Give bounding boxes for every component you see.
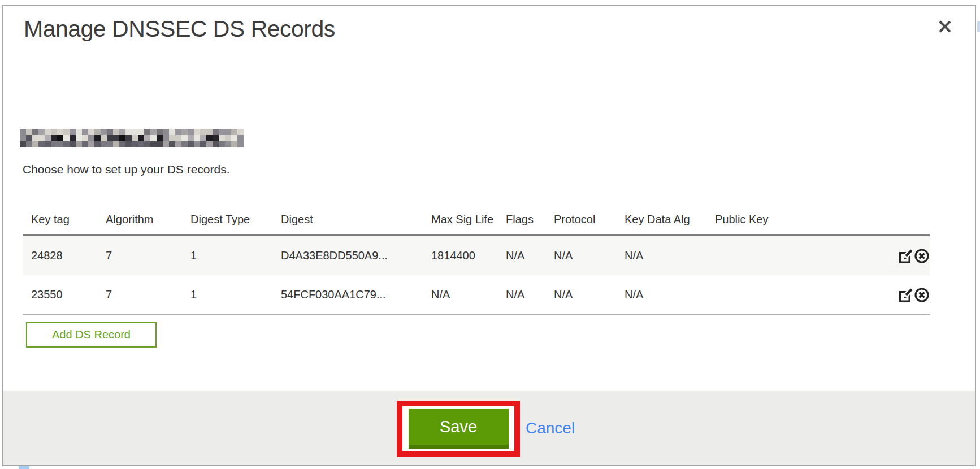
cell-algorithm: 7: [97, 275, 182, 315]
ds-records-table: Key tag Algorithm Digest Type Digest Max…: [23, 205, 930, 315]
column-header-public-key: Public Key: [706, 205, 814, 236]
delete-record-icon[interactable]: [914, 248, 930, 264]
screenshot-root: Manage DNSSEC DS Records Choose how to s…: [0, 0, 980, 469]
cell-flags: N/A: [497, 275, 545, 315]
dialog-footer: Save Cancel: [3, 391, 975, 465]
cell-algorithm: 7: [97, 236, 182, 276]
cell-digest-type: 1: [182, 236, 272, 276]
dialog-title: Manage DNSSEC DS Records: [24, 16, 335, 42]
table-header-row: Key tag Algorithm Digest Type Digest Max…: [23, 205, 930, 236]
cell-max-sig-life: N/A: [423, 275, 497, 315]
background-page-fragment: [19, 466, 29, 469]
column-header-protocol: Protocol: [545, 205, 616, 236]
cell-public-key: [706, 275, 814, 315]
cell-key-tag: 24828: [23, 236, 97, 276]
table-row: 24828 7 1 D4A33E8DD550A9... 1814400 N/A …: [23, 236, 930, 276]
cell-key-data-alg: N/A: [616, 275, 706, 315]
column-header-actions: [814, 205, 930, 236]
edit-record-icon[interactable]: [898, 248, 914, 264]
table-row: 23550 7 1 54FCF030AA1C79... N/A N/A N/A …: [23, 275, 930, 315]
cell-max-sig-life: 1814400: [423, 236, 497, 276]
cancel-link[interactable]: Cancel: [526, 419, 575, 437]
cell-protocol: N/A: [545, 275, 616, 315]
edit-record-icon[interactable]: [898, 287, 914, 303]
close-icon[interactable]: [935, 17, 955, 36]
manage-dnssec-dialog: Manage DNSSEC DS Records Choose how to s…: [2, 5, 976, 466]
delete-record-icon[interactable]: [914, 287, 930, 303]
save-button[interactable]: Save: [409, 409, 509, 449]
column-header-flags: Flags: [497, 205, 545, 236]
cell-digest: 54FCF030AA1C79...: [272, 275, 423, 315]
cell-key-tag: 23550: [23, 275, 97, 315]
column-header-key-tag: Key tag: [23, 205, 97, 236]
background-page-fragment: [977, 21, 980, 32]
annotation-highlight-box: Save: [397, 401, 520, 457]
column-header-digest-type: Digest Type: [182, 205, 272, 236]
add-ds-record-button[interactable]: Add DS Record: [26, 322, 157, 348]
column-header-max-sig-life: Max Sig Life: [423, 205, 497, 236]
cell-key-data-alg: N/A: [616, 236, 706, 276]
cell-actions: [814, 236, 930, 276]
cell-actions: [814, 275, 930, 315]
cell-flags: N/A: [497, 236, 545, 276]
column-header-key-data-alg: Key Data Alg: [616, 205, 706, 236]
cell-protocol: N/A: [545, 236, 616, 276]
cell-digest-type: 1: [182, 275, 272, 315]
instruction-text: Choose how to set up your DS records.: [23, 163, 230, 176]
cell-digest: D4A33E8DD550A9...: [272, 236, 423, 276]
column-header-digest: Digest: [272, 205, 423, 236]
column-header-algorithm: Algorithm: [97, 205, 182, 236]
cell-public-key: [706, 236, 814, 276]
domain-name-redacted: [20, 129, 244, 147]
